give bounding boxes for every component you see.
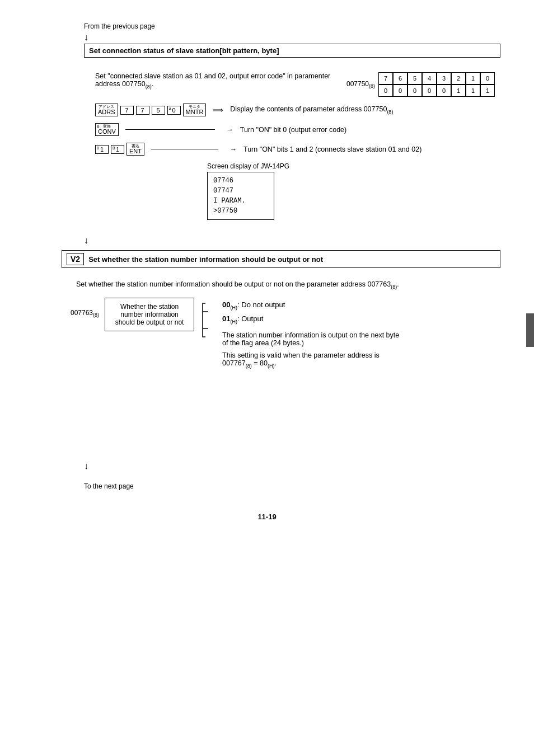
page: From the previous page ↓ Set connection … — [0, 0, 534, 543]
screen-display: Screen display of JW-14PG 07746 07747 I … — [207, 162, 495, 220]
arrow-right-2: → — [226, 125, 233, 134]
option-00-label: 00(H): Do not output — [222, 300, 285, 311]
bracket-svg — [200, 300, 211, 340]
key-action-1: Display the contents of parameter addres… — [230, 105, 393, 115]
section2-header: V2 Set whether the station number inform… — [62, 250, 500, 268]
key-seq-3: 8 1 B 1 書込 ENT → Turn "ON" bits 1 and 2 … — [95, 143, 495, 156]
param-addr-label: 007750(8) — [346, 80, 375, 89]
option-01-detail1: The station number information is output… — [222, 331, 401, 347]
param-desc-suffix: . — [152, 80, 153, 88]
bit-header-0: 0 — [480, 72, 495, 84]
key-action-2: Turn "ON" bit 0 (output error code) — [240, 126, 346, 134]
bit-val-1: 1 — [466, 84, 480, 97]
bit-table: 7 6 5 4 3 2 1 0 0 0 0 — [378, 72, 495, 97]
station-info-table: 007763(8) Whether the station number inf… — [71, 298, 497, 369]
key-1b: B 1 — [111, 145, 124, 154]
to-next-label: To the next page — [84, 482, 500, 490]
bit-header-2: 2 — [451, 72, 466, 84]
from-prev-label: From the previous page — [84, 22, 500, 30]
key-seq-2: B 変換 CONV → Turn "ON" bit 0 (output erro… — [95, 123, 495, 136]
section2-content: Set whether the station number informati… — [67, 274, 500, 372]
option-01-row: 01(H): Output — [222, 314, 401, 325]
bit-addr-grid: 007750(8) 7 6 5 4 3 2 1 0 — [346, 72, 495, 97]
key-adrs: アドレス ADRS — [95, 104, 118, 116]
key-action-3: Turn "ON" bits 1 and 2 (connects slave s… — [243, 145, 421, 153]
screen-line-4: >07750 — [213, 206, 268, 216]
line-2 — [125, 129, 215, 130]
bit-data-row: 0 0 0 0 0 1 1 1 — [378, 84, 495, 97]
key-conv: B 変換 CONV — [95, 123, 119, 136]
section1: Set connection status of slave station [… — [84, 44, 500, 224]
bit-val-5: 0 — [407, 84, 422, 97]
output-options: 00(H): Do not output 01(H): Output The s… — [222, 298, 401, 369]
flow-arrow-bottom: ↓ — [84, 461, 500, 471]
section1-title: Set connection status of slave station — [89, 46, 219, 55]
arrow-right-1: ⟹ — [213, 106, 223, 114]
bit-val-3: 0 — [437, 84, 451, 97]
section2-desc: Set whether the station number informati… — [76, 280, 497, 290]
screen-display-label: Screen display of JW-14PG — [207, 162, 495, 170]
section1-header: Set connection status of slave station [… — [84, 44, 500, 58]
flow-arrow-mid: ↓ — [84, 236, 500, 246]
bit-val-0: 1 — [480, 84, 495, 97]
option-00-row: 00(H): Do not output — [222, 300, 401, 311]
bit-header-1: 1 — [466, 72, 480, 84]
key-seq-1: アドレス ADRS 7 7 5 A 0 モニタ MNTR — [95, 104, 495, 116]
key-0: A 0 — [167, 106, 181, 115]
bit-header-row: 7 6 5 4 3 2 1 0 — [378, 72, 495, 84]
station-info-box: Whether the station number information s… — [105, 298, 194, 331]
station-info-line2: number information — [112, 311, 187, 318]
page-number: 11-19 — [34, 513, 500, 521]
right-sidebar-bar — [526, 313, 534, 347]
arrow-right-3: → — [229, 145, 237, 153]
line-3 — [151, 149, 218, 149]
station-info-line1: Whether the station — [112, 303, 187, 311]
bit-table-container: Set "connected slave station as 01 and 0… — [95, 72, 495, 97]
bit-header-4: 4 — [422, 72, 437, 84]
bit-val-7: 0 — [378, 84, 393, 97]
bit-header-5: 5 — [407, 72, 422, 84]
section2-title: Set whether the station number informati… — [88, 255, 323, 264]
bit-val-6: 0 — [393, 84, 407, 97]
key-7b: 7 — [136, 106, 149, 115]
section1-subtitle: [bit pattern, byte] — [219, 46, 279, 55]
bit-header-3: 3 — [437, 72, 451, 84]
option-01-detail2: This setting is valid when the parameter… — [222, 351, 401, 369]
param-desc-sub: (8) — [146, 84, 152, 90]
screen-box: 07746 07747 I PARAM. >07750 — [207, 172, 274, 220]
bit-val-4: 0 — [422, 84, 437, 97]
key-1a: 8 1 — [95, 145, 109, 154]
param-desc: Set "connected slave station as 01 and 0… — [95, 72, 335, 90]
arrow-down-prev: ↓ — [84, 32, 500, 43]
bit-header-7: 7 — [378, 72, 393, 84]
screen-line-1: 07746 — [213, 176, 268, 186]
section2: V2 Set whether the station number inform… — [62, 250, 500, 372]
key-mntr: モニタ MNTR — [183, 104, 207, 116]
param-desc-text: Set "connected slave station as 01 and 0… — [95, 72, 330, 88]
v2-label: V2 — [67, 253, 84, 265]
section1-content: Set "connected slave station as 01 and 0… — [90, 63, 500, 224]
screen-line-2: 07747 — [213, 186, 268, 196]
bit-header-6: 6 — [393, 72, 407, 84]
key-5: 5 — [152, 106, 165, 115]
bit-val-2: 1 — [451, 84, 466, 97]
key-7a: 7 — [120, 106, 134, 115]
station-info-line3: should be output or not — [112, 318, 187, 326]
key-ent: 書込 ENT — [127, 143, 144, 156]
option-01-label: 01(H): Output — [222, 314, 263, 325]
station-addr: 007763(8) — [71, 309, 99, 318]
screen-line-3: I PARAM. — [213, 196, 268, 206]
